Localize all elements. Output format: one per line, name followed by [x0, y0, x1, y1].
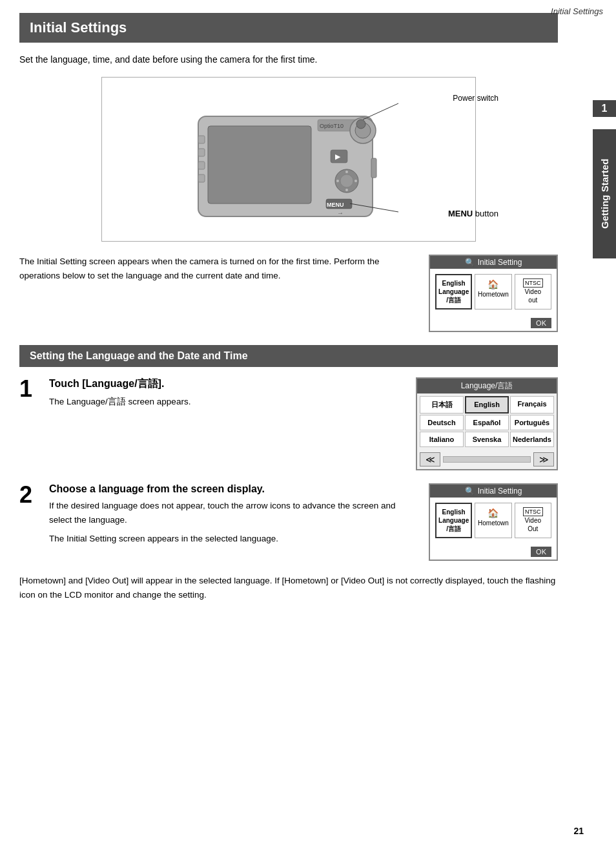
step-2: 2 Choose a language from the screen disp… — [19, 483, 558, 561]
step-1-number: 1 — [19, 377, 39, 401]
camera-diagram: OptioT10 ▶ — [101, 77, 476, 242]
svg-rect-22 — [371, 158, 376, 178]
svg-rect-18 — [198, 136, 205, 143]
step-1-content: Touch [Language/言語]. The Language/言語 scr… — [49, 377, 406, 409]
screen-content-1: EnglishLanguage/言語 🏠 Hometown NTSC Video… — [430, 269, 557, 315]
svg-point-12 — [345, 189, 348, 191]
step-2-title: Choose a language from the screen displa… — [49, 483, 418, 495]
main-title: Initial Settings — [19, 13, 558, 43]
lang-grid: 日本語 English Français Deutsch Español Por… — [417, 393, 557, 450]
ok-button-1: OK — [531, 318, 551, 328]
ntsc-badge-2: NTSC — [523, 507, 543, 516]
svg-text:MENU: MENU — [327, 202, 344, 208]
camera-illustration: OptioT10 ▶ — [179, 97, 398, 220]
video-out-label: Videoout — [525, 288, 541, 304]
screen-title-bar-1: 🔍 Initial Setting — [430, 256, 557, 269]
screen-icon-1: 🔍 — [465, 258, 475, 267]
initial-setting-desc: The Initial Setting screen appears when … — [19, 255, 416, 282]
lang-cell-portuguese: Português — [510, 415, 554, 430]
step-1-title: Touch [Language/言語]. — [49, 377, 406, 391]
step-2-number: 2 — [19, 483, 39, 507]
power-switch-label: Power switch — [453, 94, 498, 103]
screen-title-2: Initial Setting — [478, 487, 522, 496]
svg-text:→: → — [337, 209, 344, 216]
menu-text: MENU — [448, 209, 473, 218]
screen-cell-hometown: 🏠 Hometown — [475, 274, 511, 309]
svg-point-13 — [336, 180, 339, 182]
chapter-number: 1 — [593, 100, 616, 117]
screen-cell-video-2: NTSC VideoOut — [515, 503, 551, 538]
screen-cell-language-2: EnglishLanguage/言語 — [435, 503, 472, 538]
svg-text:OptioT10: OptioT10 — [320, 123, 344, 129]
page-header: Initial Settings — [551, 6, 603, 16]
lang-cell-english: English — [465, 396, 509, 414]
step-1-screen: Language/言語 日本語 English Français Deutsch… — [416, 377, 558, 470]
page-number: 21 — [573, 826, 584, 836]
step-1-body: The Language/言語 screen appears. — [49, 395, 406, 409]
svg-point-14 — [354, 180, 357, 182]
hometown-label-2: Hometown — [478, 519, 509, 527]
home-icon-2: 🏠 — [477, 507, 509, 519]
screen-ok-1: OK — [430, 315, 557, 331]
language-screen: Language/言語 日本語 English Français Deutsch… — [416, 377, 558, 470]
step-2-screen: 🔍 Initial Setting EnglishLanguage/言語 🏠 H… — [429, 483, 558, 561]
svg-rect-21 — [198, 174, 205, 182]
step-1: 1 Touch [Language/言語]. The Language/言語 s… — [19, 377, 558, 470]
lang-nav: ≪ ≫ — [417, 450, 557, 469]
lang-cell-italian: Italiano — [420, 432, 464, 447]
step-2-content: Choose a language from the screen displa… — [49, 483, 418, 546]
menu-button-label: MENU button — [448, 209, 498, 218]
svg-rect-1 — [208, 126, 311, 204]
main-content: Initial Settings Set the language, time,… — [19, 13, 584, 602]
screen-ok-2: OK — [430, 543, 557, 560]
lang-prev-arrow[interactable]: ≪ — [420, 452, 440, 466]
ok-button-2: OK — [531, 547, 551, 557]
video-out-label-2: VideoOut — [525, 517, 541, 532]
lang-cell-dutch: Nederlands — [510, 432, 554, 447]
chapter-label: Getting Started — [593, 129, 616, 258]
lang-screen-title: Language/言語 — [417, 379, 557, 393]
lang-cell-spanish: Español — [465, 415, 509, 430]
language-cell-text: EnglishLanguage/言語 — [438, 280, 469, 304]
screen-title-1: Initial Setting — [478, 258, 522, 267]
section-header: Setting the Language and the Date and Ti… — [19, 345, 558, 367]
hometown-label: Hometown — [478, 291, 509, 298]
home-icon: 🏠 — [477, 278, 509, 290]
screen-title-bar-2: 🔍 Initial Setting — [430, 485, 557, 498]
screen-cell-hometown-2: 🏠 Hometown — [475, 503, 511, 538]
camera-wrap: OptioT10 ▶ — [115, 90, 462, 228]
ntsc-badge: NTSC — [523, 278, 543, 288]
initial-setting-screen-2: 🔍 Initial Setting EnglishLanguage/言語 🏠 H… — [429, 483, 558, 561]
svg-text:▶: ▶ — [335, 152, 341, 160]
screen-cell-video: NTSC Videoout — [515, 274, 551, 309]
screen-content-2: EnglishLanguage/言語 🏠 Hometown NTSC Video… — [430, 498, 557, 543]
lang-cell-german: Deutsch — [420, 415, 464, 430]
svg-point-11 — [345, 171, 348, 173]
initial-setting-screen-1: 🔍 Initial Setting EnglishLanguage/言語 🏠 H… — [429, 255, 558, 332]
svg-line-23 — [363, 103, 398, 120]
svg-rect-19 — [198, 149, 205, 156]
lang-progress-bar — [443, 456, 531, 463]
svg-point-6 — [356, 120, 365, 129]
intro-text: Set the language, time, and date before … — [19, 53, 558, 67]
camera-svg-container: OptioT10 ▶ — [179, 97, 398, 222]
lang-cell-japanese: 日本語 — [420, 396, 464, 414]
lang-next-arrow[interactable]: ≫ — [533, 452, 554, 466]
step-2-body1: If the desired language does not appear,… — [49, 499, 418, 527]
description-section: The Initial Setting screen appears when … — [19, 255, 558, 332]
lang-cell-french: Français — [510, 396, 554, 414]
lang-cell-swedish: Svenska — [465, 432, 509, 447]
step-2-body2: The Initial Setting screen appears in th… — [49, 532, 418, 546]
header-title: Initial Settings — [551, 6, 603, 16]
screen-icon-2: 🔍 — [465, 487, 475, 496]
language-cell-text-2: EnglishLanguage/言語 — [438, 508, 469, 532]
footer-text: [Hometown] and [Video Out] will appear i… — [19, 574, 558, 602]
svg-rect-20 — [198, 162, 205, 169]
screen-cell-language: EnglishLanguage/言語 — [435, 274, 472, 309]
svg-point-10 — [340, 174, 353, 187]
button-text: button — [475, 209, 498, 218]
